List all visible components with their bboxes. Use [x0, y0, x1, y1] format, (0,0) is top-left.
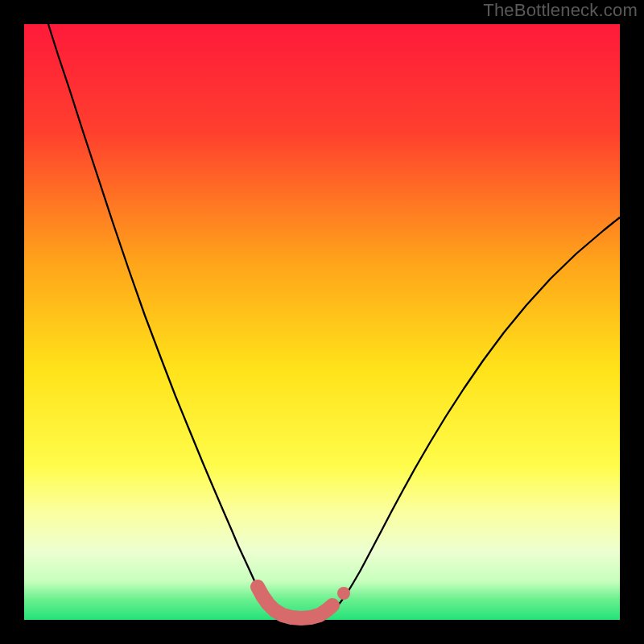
watermark-text: TheBottleneck.com: [483, 0, 638, 21]
highlight-dot: [337, 587, 350, 600]
chart-container: TheBottleneck.com: [0, 0, 644, 644]
bottleneck-chart: [0, 0, 644, 644]
plot-background: [24, 24, 620, 620]
